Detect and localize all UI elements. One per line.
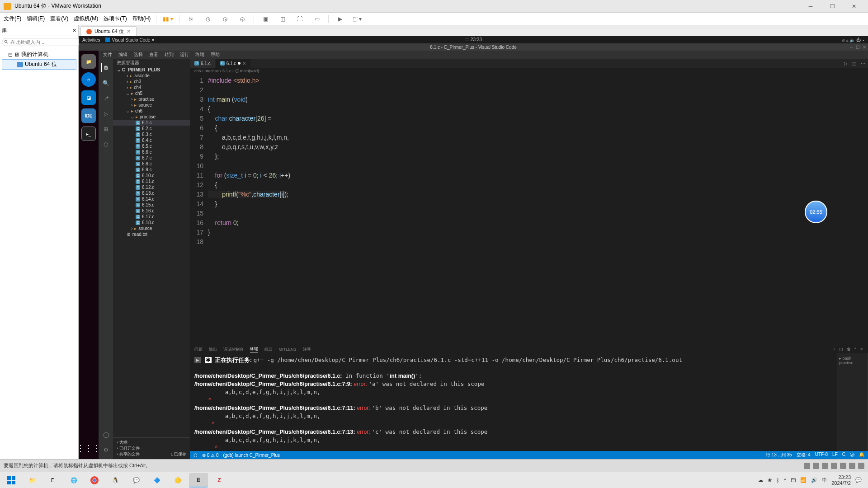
stretch-button[interactable]: ⛶ xyxy=(294,13,306,25)
menu-help[interactable]: 帮助(H) xyxy=(132,15,151,23)
vm-tab-ubuntu[interactable]: Ubuntu 64 位 ✕ xyxy=(80,26,137,36)
vsc-close-icon[interactable]: ✕ xyxy=(863,45,866,50)
vsc-menu-view[interactable]: 查看 xyxy=(149,52,158,58)
ubuntu-tray[interactable]: ⎚ ◬ 🔈 ⏻ ▾ xyxy=(842,38,864,42)
vsc-menu-select[interactable]: 选择 xyxy=(134,52,143,58)
tray-volume-icon[interactable]: 🔊 xyxy=(811,477,817,483)
activity-account[interactable]: ◯ xyxy=(101,430,110,439)
dock-vscode[interactable]: ◪ xyxy=(81,90,96,105)
view-dropdown[interactable]: ⬚ ▾ xyxy=(351,13,363,25)
task-app1[interactable]: 🔷 xyxy=(147,473,166,488)
tree-file[interactable]: 🗎 read.txt xyxy=(113,231,190,237)
status-indent[interactable]: 空格: 4 xyxy=(797,452,811,458)
menu-tabs[interactable]: 选项卡(T) xyxy=(104,15,127,23)
vsc-menu-file[interactable]: 文件 xyxy=(103,52,112,58)
panel-tab-ports[interactable]: 端口 xyxy=(264,347,273,352)
library-close-icon[interactable]: ✕ xyxy=(72,28,76,33)
panel-tab-output[interactable]: 输出 xyxy=(209,347,217,352)
device-display-icon[interactable] xyxy=(858,463,864,469)
tree-file[interactable]: C 6.12.c xyxy=(113,184,190,190)
task-edge[interactable]: 🌐 xyxy=(64,473,83,488)
ubuntu-clock[interactable]: 二 23:23 xyxy=(465,37,482,43)
editor-tab-61c[interactable]: C 6.1.c xyxy=(190,59,216,68)
snapshot-manager-button[interactable]: ◵ xyxy=(236,13,248,25)
tree-folder[interactable]: › ▸ .vscode xyxy=(113,73,190,79)
library-search-input[interactable] xyxy=(2,38,81,46)
vsc-menu-go[interactable]: 转到 xyxy=(165,52,174,58)
task-qq[interactable]: 🐧 xyxy=(106,473,125,488)
status-remote[interactable]: ⬡ xyxy=(193,453,198,458)
project-root[interactable]: ⌵ C_PIRMER_PLUS xyxy=(113,67,190,73)
panel-tab-comments[interactable]: 注释 xyxy=(303,347,311,352)
terminal-trash-icon[interactable]: 🗑 xyxy=(847,347,851,352)
run-icon[interactable]: ▷ xyxy=(844,61,848,66)
more-icon[interactable]: ⋯ xyxy=(861,61,865,66)
fit-button[interactable]: ▭ xyxy=(311,13,323,25)
tree-file[interactable]: C 6.16.c xyxy=(113,208,190,214)
tray-chevron-up-icon[interactable]: ^ xyxy=(784,478,786,483)
tree-folder[interactable]: › ▸ practise xyxy=(113,96,190,102)
dock-ide[interactable]: IDE xyxy=(81,108,96,123)
task-chrome[interactable] xyxy=(85,473,104,488)
activities-button[interactable]: Activities xyxy=(82,38,100,42)
tree-file[interactable]: C 6.6.c xyxy=(113,149,190,155)
tree-file[interactable]: C 6.11.c xyxy=(113,178,190,184)
tree-root[interactable]: ⊟ 🖥 我的计算机 xyxy=(2,50,76,59)
outline-open[interactable]: › 已打开文件 xyxy=(117,446,186,451)
tray-cloud-icon[interactable]: ☁ xyxy=(758,477,763,483)
tab-close-icon[interactable]: ✕ xyxy=(127,28,131,34)
tree-folder[interactable]: ⌵ ▸ practise xyxy=(113,114,190,120)
tree-file[interactable]: C 6.8.c xyxy=(113,161,190,167)
status-bell-icon[interactable]: 🔔 xyxy=(859,452,864,458)
tray-bluetooth-icon[interactable]: ᛒ xyxy=(776,478,779,483)
tree-file[interactable]: C 6.17.c xyxy=(113,214,190,220)
tray-battery-icon[interactable]: 🗔 xyxy=(791,478,796,483)
breadcrumb[interactable]: ch6 › practise › 6.1.c › ⓕ main(void) xyxy=(190,68,868,74)
status-eol[interactable]: LF xyxy=(832,452,838,458)
tray-clock[interactable]: 23:23 2024/7/2 xyxy=(831,474,851,486)
status-live[interactable]: Ⓦ xyxy=(850,452,854,458)
tree-folder[interactable]: ⌵ ▸ ch5 xyxy=(113,90,190,96)
tree-file[interactable]: C 6.9.c xyxy=(113,167,190,173)
task-vmware[interactable]: 🖥 xyxy=(189,473,208,488)
activity-remote[interactable]: ⬡ xyxy=(101,140,110,149)
vsc-menu-term[interactable]: 终端 xyxy=(195,52,204,58)
ubuntu-app-menu[interactable]: Visual Studio Code ▾ xyxy=(105,38,154,42)
menu-edit[interactable]: 编辑(E) xyxy=(27,15,45,23)
tray-notifications-icon[interactable]: 💬 xyxy=(855,477,862,483)
activity-git[interactable]: ⎇ xyxy=(101,94,110,103)
code-content[interactable]: #include <stdio.h> int main (void) { cha… xyxy=(208,74,868,345)
tree-file[interactable]: C 6.5.c xyxy=(113,143,190,149)
snapshot-button[interactable]: ◷ xyxy=(202,13,214,25)
tree-file[interactable]: C 6.18.c xyxy=(113,220,190,225)
terminal-output[interactable]: ▸ ✱ 正在执行任务: g++ -g /home/chen/Desktop/C_… xyxy=(190,353,837,451)
vsc-menu-edit[interactable]: 编辑 xyxy=(118,52,127,58)
tree-file[interactable]: C 6.10.c xyxy=(113,173,190,178)
editor-tab-61c-modified[interactable]: C 6.1.c ✕ xyxy=(216,59,251,68)
pause-vm-button[interactable]: ▮▮ ▾ xyxy=(162,13,174,25)
tray-ime[interactable]: 中 xyxy=(822,477,827,483)
dock-apps[interactable]: ⋮⋮⋮ xyxy=(81,441,96,455)
device-cd-icon[interactable] xyxy=(813,463,819,469)
task-wechat[interactable]: 💬 xyxy=(127,473,146,488)
vsc-max-icon[interactable]: ☐ xyxy=(856,45,860,50)
task-app2[interactable]: 🟡 xyxy=(168,473,187,488)
start-button[interactable] xyxy=(2,473,21,488)
tree-file[interactable]: C 6.14.c xyxy=(113,196,190,202)
task-explorer[interactable]: 📁 xyxy=(23,473,42,488)
dock-edge[interactable]: e xyxy=(81,72,96,87)
vsc-menu-help[interactable]: 帮助 xyxy=(211,52,220,58)
split-icon[interactable]: ◫ xyxy=(852,61,856,66)
tree-folder[interactable]: ⌵ ▸ ch6 xyxy=(113,108,190,114)
activity-debug[interactable]: ▷ xyxy=(101,109,110,118)
tree-item-ubuntu[interactable]: Ubuntu 64 位 xyxy=(2,59,76,70)
tree-file[interactable]: C 6.1.c xyxy=(113,120,190,126)
device-printer-icon[interactable] xyxy=(849,463,855,469)
menu-vm[interactable]: 虚拟机(M) xyxy=(74,15,98,23)
console-button[interactable]: ▶ xyxy=(334,13,346,25)
status-cursor[interactable]: 行 13，列 35 xyxy=(766,452,792,458)
tree-file[interactable]: C 6.13.c xyxy=(113,190,190,196)
maximize-button[interactable]: ☐ xyxy=(822,2,843,11)
fullscreen-button[interactable]: ▣ xyxy=(259,13,271,25)
status-launch[interactable]: (gdb) launch C_Pirmer_Plus xyxy=(223,453,280,458)
